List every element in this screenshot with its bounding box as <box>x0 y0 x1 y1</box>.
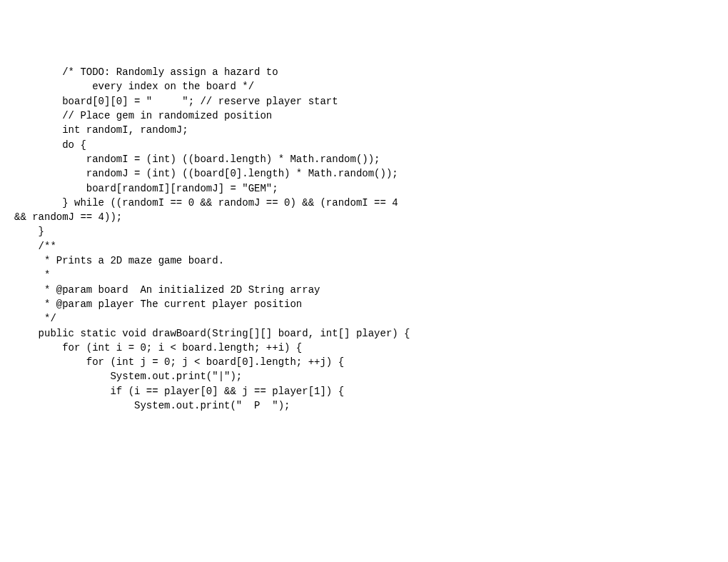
code-line: do { <box>14 138 714 152</box>
code-line: // Place gem in randomized position <box>14 109 714 123</box>
code-line: for (int i = 0; i < board.length; ++i) { <box>14 341 714 355</box>
code-line: System.out.print(" P "); <box>14 398 714 413</box>
code-line: board[randomI][randomJ] = "GEM"; <box>14 181 714 196</box>
code-line: * <box>14 268 714 282</box>
code-line: randomJ = (int) ((board[0].length) * Mat… <box>14 166 714 181</box>
code-line: randomI = (int) ((board.length) * Math.r… <box>14 152 714 166</box>
code-line: if (i == player[0] && j == player[1]) { <box>14 384 714 398</box>
code-line: board[0][0] = " "; // reserve player sta… <box>14 94 714 109</box>
code-line: System.out.print("|"); <box>14 369 714 383</box>
code-line: } <box>14 224 714 239</box>
code-line: */ <box>14 311 714 326</box>
code-line: for (int j = 0; j < board[0].length; ++j… <box>14 355 714 369</box>
code-line: * @param board An initialized 2D String … <box>14 283 714 297</box>
code-line: every index on the board */ <box>14 79 714 94</box>
code-line: /** <box>14 239 714 254</box>
code-line: * Prints a 2D maze game board. <box>14 254 714 268</box>
code-line: public static void drawBoard(String[][] … <box>14 326 714 341</box>
code-line: * @param player The current player posit… <box>14 297 714 311</box>
code-block: /* TODO: Randomly assign a hazard to eve… <box>0 58 728 420</box>
code-line: } while ((randomI == 0 && randomJ == 0) … <box>14 196 714 210</box>
code-line: /* TODO: Randomly assign a hazard to <box>14 65 714 79</box>
code-line: && randomJ == 4)); <box>14 210 714 224</box>
code-line: int randomI, randomJ; <box>14 123 714 137</box>
